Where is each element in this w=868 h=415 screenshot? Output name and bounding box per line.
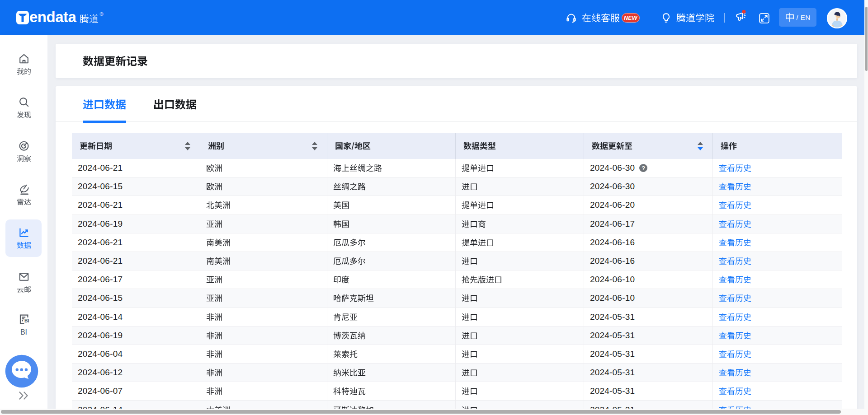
svg-text:BI: BI	[24, 318, 29, 323]
